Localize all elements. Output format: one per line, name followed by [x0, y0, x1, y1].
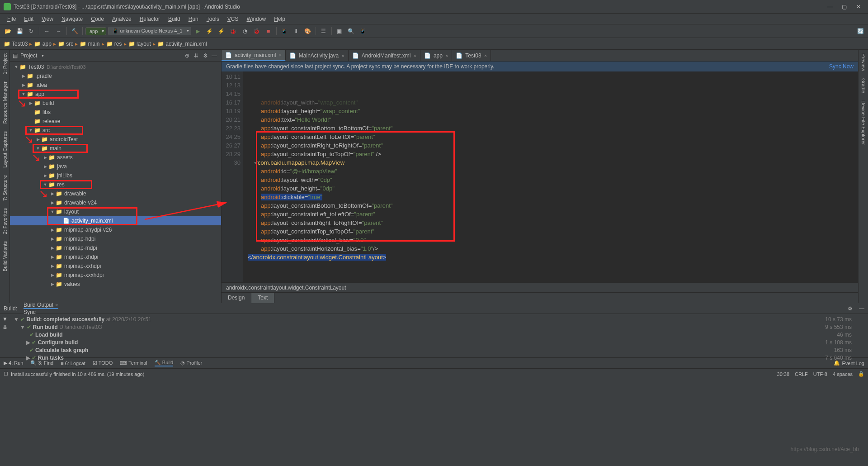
- apply-changes-icon[interactable]: ⚡: [205, 26, 215, 36]
- code-line[interactable]: app:layout_constraintTop_toTopOf="parent…: [248, 227, 858, 236]
- build-line[interactable]: ▼ ✔ Run build D:\android\Test03: [14, 323, 854, 331]
- build-line[interactable]: ▶ ✔ Configure build: [14, 339, 854, 347]
- tree-row[interactable]: ▶📁.gradle: [10, 71, 221, 81]
- tree-row[interactable]: ▼📁main: [10, 144, 221, 153]
- close-tab-icon[interactable]: ×: [278, 52, 281, 58]
- right-tab[interactable]: Device File Explorer: [860, 99, 867, 147]
- tree-row[interactable]: ▶📁mipmap-hdpi: [10, 234, 221, 243]
- menu-vcs[interactable]: VCS: [224, 15, 242, 23]
- collapse-icon[interactable]: ⇊: [192, 52, 200, 60]
- menu-window[interactable]: Window: [243, 15, 269, 23]
- close-tab-icon[interactable]: ×: [445, 53, 448, 58]
- build-hide-icon[interactable]: —: [859, 305, 864, 312]
- editor-tab[interactable]: 📄MainActivity.java×: [286, 50, 349, 61]
- maximize-button[interactable]: ▢: [842, 4, 848, 10]
- editor-tab[interactable]: 📄app×: [420, 50, 452, 61]
- gear-icon[interactable]: ⚙: [201, 52, 209, 60]
- menu-help[interactable]: Help: [270, 15, 289, 23]
- device-combo[interactable]: 📱 unknown Google Nexus 4_1: [108, 27, 191, 35]
- left-tab[interactable]: 2: Favorites: [1, 206, 9, 236]
- menu-tools[interactable]: Tools: [203, 15, 223, 23]
- breadcrumb-item[interactable]: ▸ 📁 app: [29, 41, 51, 47]
- search-icon[interactable]: 🔍: [346, 26, 356, 36]
- menu-refactor[interactable]: Refactor: [136, 15, 164, 23]
- left-tab[interactable]: 1: Project: [1, 52, 9, 76]
- indent[interactable]: 4 spaces: [833, 371, 853, 377]
- sdk-icon[interactable]: ⬇: [291, 26, 301, 36]
- code-line[interactable]: app:layout_constraintLeft_toLeftOf="pare…: [248, 210, 858, 219]
- menu-edit[interactable]: Edit: [20, 15, 37, 23]
- close-button[interactable]: ✕: [856, 4, 863, 10]
- open-icon[interactable]: 📂: [3, 26, 13, 36]
- code-editor[interactable]: android:layout_width="wrap_content" andr…: [243, 71, 858, 282]
- breadcrumb-item[interactable]: ▸ 📁 layout: [124, 41, 151, 47]
- project-tree[interactable]: ▼📁Test03D:\android\Test03▶📁.gradle▶📁.ide…: [10, 62, 221, 303]
- editor-tab[interactable]: 📄activity_main.xml×: [222, 50, 286, 61]
- run-anything-icon[interactable]: ▣: [335, 26, 344, 36]
- right-tab[interactable]: Preview: [860, 52, 867, 73]
- breadcrumb-item[interactable]: 📁 Test03: [4, 41, 28, 47]
- device-window-icon[interactable]: 📱: [358, 26, 368, 36]
- tree-row[interactable]: ▶📁androidTest: [10, 135, 221, 144]
- breadcrumb-item[interactable]: ▸ 📁 activity_main.xml: [153, 41, 207, 47]
- build-icon[interactable]: 🔨: [70, 26, 80, 36]
- build-filter-icon[interactable]: ▼: [2, 316, 8, 322]
- build-line[interactable]: ▶ ✔ Run tasks: [14, 354, 854, 362]
- editor-tab[interactable]: 📄Test03×: [452, 50, 491, 61]
- code-line[interactable]: android:layout_height="wrap_content": [248, 107, 858, 115]
- project-panel-title[interactable]: ▤ Project ▾: [13, 52, 182, 59]
- menu-view[interactable]: View: [38, 15, 57, 23]
- menu-code[interactable]: Code: [87, 15, 108, 23]
- menu-run[interactable]: Run: [185, 15, 202, 23]
- build-output[interactable]: 10 s 73 ms9 s 553 ms46 ms1 s 108 ms163 m…: [10, 314, 858, 357]
- tree-row[interactable]: ▶📁mipmap-xxxhdpi: [10, 271, 221, 280]
- save-icon[interactable]: 💾: [14, 26, 24, 36]
- structure-icon[interactable]: ☰: [319, 26, 329, 36]
- left-tab[interactable]: Layout Captures: [1, 129, 9, 170]
- build-expand-icon[interactable]: ⇊: [3, 324, 7, 330]
- updates-icon[interactable]: 🔄: [855, 26, 865, 36]
- forward-icon[interactable]: →: [54, 26, 64, 36]
- tree-row[interactable]: ▶📁build: [10, 99, 221, 108]
- attach-icon[interactable]: 🐞: [252, 26, 262, 36]
- code-line[interactable]: app:layout_constraintTop_toTopOf="parent…: [248, 150, 858, 158]
- build-gear-icon[interactable]: ⚙: [848, 305, 853, 312]
- code-line[interactable]: android:id="@+id/bmapView": [248, 167, 858, 176]
- left-tab[interactable]: Build Variants: [1, 239, 9, 273]
- tree-row[interactable]: ▶📁mipmap-mdpi: [10, 243, 221, 252]
- sync-now-link[interactable]: Sync Now: [829, 63, 854, 70]
- tree-row[interactable]: ▶📁java: [10, 162, 221, 171]
- tree-row[interactable]: ▶📁values: [10, 280, 221, 289]
- tree-row[interactable]: ▶📁jniLibs: [10, 171, 221, 180]
- line-ending[interactable]: CRLF: [795, 371, 808, 377]
- code-line[interactable]: app:layout_constraintVertical_bias="0.0": [248, 236, 858, 244]
- editor-breadcrumb[interactable]: androidx.constraintlayout.widget.Constra…: [222, 282, 858, 292]
- lock-icon[interactable]: 🔒: [858, 371, 864, 377]
- design-tab-design[interactable]: Design: [222, 293, 251, 303]
- apply-code-icon[interactable]: ⚡: [217, 26, 226, 36]
- design-tab-text[interactable]: Text: [251, 293, 274, 303]
- right-tab[interactable]: Gradle: [860, 76, 867, 95]
- code-line[interactable]: android:layout_height="0dp": [248, 184, 858, 193]
- code-line[interactable]: </androidx.constraintlayout.widget.Const…: [248, 253, 858, 262]
- avd-icon[interactable]: 📱: [279, 26, 289, 36]
- tree-row[interactable]: ▶📁mipmap-anydpi-v26: [10, 225, 221, 234]
- encoding[interactable]: UTF-8: [813, 371, 827, 377]
- code-line[interactable]: app:layout_constraintLeft_toLeftOf="pare…: [248, 133, 858, 141]
- tree-row[interactable]: ▶📁assets: [10, 153, 221, 162]
- tree-row[interactable]: ▶📁mipmap-xxhdpi: [10, 262, 221, 271]
- caret-position[interactable]: 30:38: [777, 371, 790, 377]
- editor-tab[interactable]: 📄AndroidManifest.xml×: [349, 50, 420, 61]
- breadcrumb-item[interactable]: ▸ 📁 res: [102, 41, 122, 47]
- stop-icon[interactable]: ■: [264, 26, 274, 36]
- tree-row[interactable]: ▶📁.idea: [10, 81, 221, 90]
- code-line[interactable]: android:layout_width="0dp": [248, 176, 858, 184]
- code-line[interactable]: android:clickable="true": [248, 193, 858, 201]
- menu-navigate[interactable]: Navigate: [58, 15, 86, 23]
- menu-build[interactable]: Build: [165, 15, 184, 23]
- profile-icon[interactable]: ◔: [240, 26, 250, 36]
- tree-row[interactable]: ▶📁mipmap-xhdpi: [10, 252, 221, 262]
- tree-row[interactable]: ▼📁res: [10, 180, 221, 189]
- minimize-button[interactable]: —: [827, 4, 834, 10]
- code-line[interactable]: app:layout_constraintHorizontal_bias="1.…: [248, 244, 858, 253]
